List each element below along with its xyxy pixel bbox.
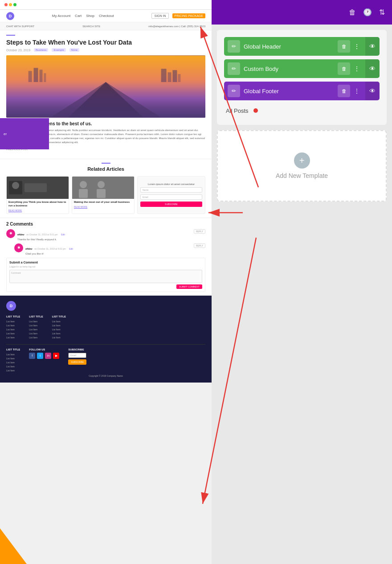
submit-label: Submit a Comment — [9, 261, 202, 264]
svg-rect-4 — [34, 68, 38, 82]
global-footer-more-button[interactable]: ⋮ — [352, 85, 362, 97]
browser-chrome — [0, 0, 212, 10]
search-site-label: SEARCH SITE — [82, 25, 100, 28]
dot-green — [13, 3, 16, 6]
comments-title: 2 Comments — [6, 222, 205, 226]
svg-point-18 — [98, 181, 105, 188]
comment-2-text: Glad you like it! — [25, 252, 205, 255]
svg-rect-3 — [29, 71, 32, 82]
footer-logo-row: D — [6, 301, 205, 311]
comment-2-date: on October 31, 2019 at 5:02 pm — [34, 247, 66, 250]
custom-body-more-button[interactable]: ⋮ — [352, 62, 362, 75]
pricing-button[interactable]: PRICING PACKAGE — [172, 13, 205, 18]
global-footer-trash-button[interactable]: 🗑 — [338, 85, 350, 97]
svg-rect-17 — [79, 189, 88, 198]
global-header-eye-button[interactable]: 👁 — [365, 37, 380, 56]
purple-toolbar: 🗑 🕐 ⇅ — [212, 0, 392, 25]
custom-body-label: Custom Body — [244, 66, 334, 72]
related-card-2-body: Making the most out of your small busine… — [72, 199, 134, 210]
all-posts-label[interactable]: All Posts — [226, 107, 249, 114]
related-card-1-image — [7, 177, 69, 199]
comment-1-edit: Edit — [61, 233, 65, 236]
social-ig[interactable]: in — [45, 353, 51, 359]
related-grid: Everything you Think you know about how … — [6, 176, 205, 214]
footer-social-col: FOLLOW US f t in ▶ — [29, 348, 59, 373]
related-card-1-link[interactable]: READ MORE — [8, 209, 67, 212]
footer-orange-accent — [0, 528, 27, 564]
social-tw[interactable]: t — [37, 353, 43, 359]
blog-date: October 23, 2019 — [6, 49, 30, 52]
footer-col-1: LIST TITLE List Item List Item List Item… — [6, 315, 20, 340]
svg-rect-10 — [178, 74, 180, 82]
footer-preview: D LIST TITLE List Item List Item List It… — [0, 296, 212, 383]
submit-comment-button[interactable]: SUBMIT COMMENT — [176, 284, 202, 289]
add-template-card[interactable]: + Add New Template — [217, 130, 387, 202]
social-fb[interactable]: f — [29, 353, 35, 359]
clock-icon[interactable]: 🕐 — [363, 8, 372, 16]
comments-section: 2 Comments ✱ efdev on October 31, 2019 a… — [0, 218, 212, 296]
related-title: Related Articles — [6, 166, 205, 172]
footer-bottom: LIST TITLE List Item List Item List Item… — [6, 344, 205, 373]
global-footer-label: Global Footer — [244, 88, 334, 95]
svg-rect-6 — [44, 73, 46, 82]
custom-body-trash-button[interactable]: 🗑 — [338, 62, 350, 75]
footer-copyright: Copyright © 2019 Company Name — [6, 375, 205, 377]
purple-section-text: er — [4, 132, 7, 136]
blog-tag-business: Business — [34, 48, 48, 52]
custom-body-edit-icon[interactable]: ✏ — [228, 62, 240, 75]
submit-sublabel: Logged in as temp-log-out — [9, 265, 202, 268]
footer-cols: LIST TITLE List Item List Item List Item… — [6, 315, 205, 340]
comment-1-reply[interactable]: REPLY — [194, 229, 205, 234]
footer-bottom-col-1: LIST TITLE List Item List Item List Item… — [6, 348, 20, 373]
global-header-edit-icon[interactable]: ✏ — [228, 40, 240, 53]
newsletter-card: Lorem ipsum dolor sit amet consectetur N… — [137, 176, 205, 214]
nav-checkout[interactable]: Checkout — [99, 14, 114, 18]
comment-2-reply[interactable]: REPLY — [194, 243, 205, 248]
right-panel: 🗑 🕐 ⇅ ✏ Global Header 🗑 ⋮ 👁 ✏ Custom Bod… — [212, 0, 392, 564]
svg-rect-19 — [97, 189, 106, 198]
global-header-row: ✏ Global Header 🗑 ⋮ 👁 — [224, 37, 380, 56]
sliders-icon[interactable]: ⇅ — [379, 8, 385, 16]
footer-col-2: LIST TITLE List Item List Item List Item… — [29, 315, 43, 340]
comment-textarea[interactable]: Comment — [9, 270, 202, 283]
newsletter-email-input[interactable]: Email — [140, 194, 202, 200]
footer-subscribe-button[interactable]: SUBSCRIBE — [68, 359, 86, 365]
newsletter-subscribe-button[interactable]: SUBSCRIBE — [140, 202, 202, 207]
all-posts-indicator — [253, 108, 258, 113]
comment-1-body: efdev on October 31, 2019 at 5:01 pm Edi… — [17, 229, 205, 241]
custom-body-eye-button[interactable]: 👁 — [365, 59, 380, 78]
submit-comment-form: Submit a Comment Logged in as temp-log-o… — [6, 258, 205, 292]
related-card-1-title: Everything you Think you know about how … — [8, 201, 67, 208]
related-card-1: Everything you Think you know about how … — [6, 176, 69, 214]
newsletter-name-input[interactable]: Name — [140, 187, 202, 193]
related-card-2-link[interactable]: READ MORE — [74, 206, 132, 208]
utility-bar: CHAT WITH SUPPORT SEARCH SITE info@elega… — [0, 22, 212, 30]
add-template-label: Add New Template — [276, 172, 328, 179]
svg-rect-5 — [40, 70, 43, 82]
comment-2-body: efdev on October 31, 2019 at 5:02 pm Edi… — [25, 243, 205, 255]
footer-col-3-title: LIST TITLE — [52, 315, 66, 318]
divi-nav-links: My Account Cart Shop Checkout — [52, 14, 114, 18]
global-footer-edit-icon[interactable]: ✏ — [228, 85, 240, 97]
contact-info: info@elegantthemes.com | Call: (555) 314… — [148, 25, 205, 28]
global-footer-actions: 🗑 ⋮ — [338, 85, 362, 97]
comment-1-date: on October 31, 2019 at 5:01 pm — [26, 233, 58, 236]
footer-col-3: LIST TITLE List Item List Item List Item… — [52, 315, 66, 340]
comment-2-author: efdev — [25, 247, 33, 250]
svg-point-13 — [12, 182, 19, 189]
social-yt[interactable]: ▶ — [53, 353, 59, 359]
templates-panel: ✏ Global Header 🗑 ⋮ 👁 ✏ Custom Body 🗑 ⋮ … — [217, 30, 387, 125]
global-footer-eye-button[interactable]: 👁 — [365, 82, 380, 100]
trash-icon[interactable]: 🗑 — [349, 8, 356, 16]
footer-email-input[interactable]: Email — [68, 353, 86, 358]
nav-cart[interactable]: Cart — [75, 14, 82, 18]
nav-my-account[interactable]: My Account — [52, 14, 70, 18]
sign-in-button[interactable]: SIGN IN — [151, 13, 168, 19]
nav-shop[interactable]: Shop — [86, 14, 94, 18]
blog-tag-none: None — [69, 48, 79, 52]
global-header-trash-button[interactable]: 🗑 — [338, 40, 350, 53]
preview-panel: D My Account Cart Shop Checkout SIGN IN … — [0, 0, 212, 564]
global-header-more-button[interactable]: ⋮ — [352, 40, 362, 53]
custom-body-actions: 🗑 ⋮ — [338, 62, 362, 75]
blog-meta: October 23, 2019 Business Example None — [6, 48, 205, 52]
